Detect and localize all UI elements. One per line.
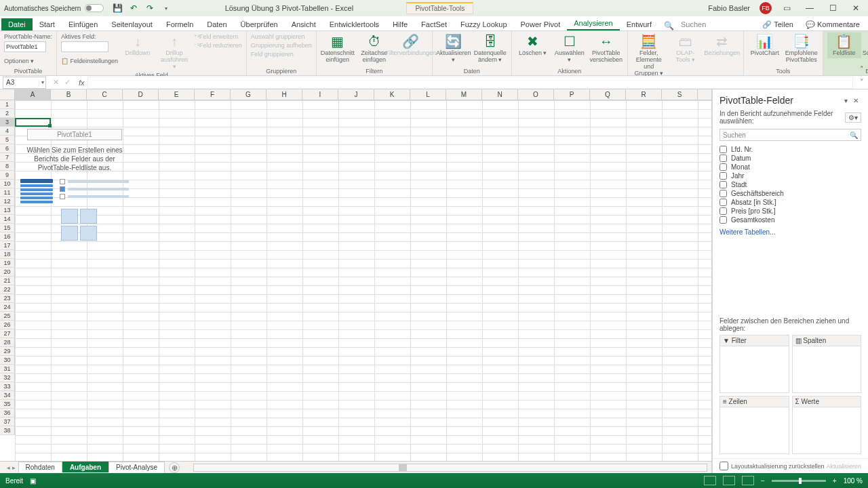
select-button[interactable]: ☐Auswählen ▾ <box>553 33 587 65</box>
field-checkbox[interactable] <box>719 155 727 162</box>
row-header[interactable]: 35 <box>0 400 15 409</box>
field-checkbox[interactable] <box>719 216 727 224</box>
field-checkbox[interactable] <box>719 181 727 188</box>
tab-powerpivot[interactable]: Power Pivot <box>514 18 568 30</box>
refresh-button[interactable]: 🔄Aktualisieren ▾ <box>437 33 471 65</box>
field-item[interactable]: Datum <box>719 154 861 163</box>
row-header[interactable]: 24 <box>0 303 15 312</box>
col-header[interactable]: G <box>231 89 267 100</box>
page-layout-view-icon[interactable] <box>723 476 735 485</box>
row-header[interactable]: 34 <box>0 391 15 400</box>
normal-view-icon[interactable] <box>704 476 716 485</box>
field-item[interactable]: Geschäftsbereich <box>719 189 861 198</box>
field-list-toggle[interactable]: 📋Feldliste <box>827 33 861 58</box>
autosave-toggle[interactable]: Automatisches Speichern <box>4 4 104 12</box>
row-header[interactable]: 37 <box>0 418 15 426</box>
tab-developer[interactable]: Entwicklertools <box>323 18 386 30</box>
name-box[interactable]: A3▾ <box>3 77 46 89</box>
row-header[interactable]: 18 <box>0 250 15 259</box>
field-checkbox[interactable] <box>719 146 727 153</box>
change-source-button[interactable]: 🗄Datenquelleändern ▾ <box>473 33 507 65</box>
col-header[interactable]: S <box>662 89 698 100</box>
recommended-pt-button[interactable]: 📑EmpfohlenePivotTables <box>785 33 818 65</box>
sheet-nav[interactable]: ◂ ▸ <box>4 464 18 471</box>
tab-help[interactable]: Hilfe <box>386 18 414 30</box>
filter-drop-zone[interactable]: ▼ Filter <box>719 335 789 393</box>
row-header[interactable]: 6 <box>0 144 15 153</box>
row-header[interactable]: 23 <box>0 294 15 303</box>
col-header[interactable]: R <box>626 89 662 100</box>
sheet-tab[interactable]: Aufgaben <box>62 462 108 472</box>
maximize-icon[interactable]: ☐ <box>825 1 841 15</box>
field-settings-button[interactable]: 📋 Feldeinstellungen <box>61 57 118 65</box>
row-header[interactable]: 22 <box>0 285 15 294</box>
row-header[interactable]: 29 <box>0 347 15 356</box>
col-header[interactable]: D <box>123 89 159 100</box>
row-header[interactable]: 16 <box>0 232 15 241</box>
tab-insert[interactable]: Einfügen <box>62 18 104 30</box>
row-header[interactable]: 21 <box>0 277 15 285</box>
row-header[interactable]: 17 <box>0 241 15 250</box>
col-header[interactable]: I <box>302 89 338 100</box>
row-header[interactable]: 36 <box>0 409 15 418</box>
pivotchart-button[interactable]: 📊PivotChart <box>748 33 782 58</box>
grid-area[interactable]: 1234567891011121314151617181920212223242… <box>0 100 711 461</box>
pt-name-input[interactable]: PivotTable1 <box>4 41 46 52</box>
col-header[interactable]: O <box>518 89 554 100</box>
tab-data[interactable]: Daten <box>200 18 233 30</box>
field-item[interactable]: Jahr <box>719 171 861 180</box>
zoom-slider[interactable] <box>772 480 826 482</box>
close-icon[interactable]: ✕ <box>848 1 864 15</box>
row-header[interactable]: 19 <box>0 259 15 268</box>
pane-close-icon[interactable]: ✕ <box>850 97 861 104</box>
row-header[interactable]: 5 <box>0 136 15 144</box>
row-header[interactable]: 9 <box>0 171 15 180</box>
formula-input[interactable] <box>87 77 853 89</box>
clear-button[interactable]: ✖Löschen ▾ <box>516 33 550 58</box>
row-header[interactable]: 10 <box>0 180 15 188</box>
row-header[interactable]: 3 <box>0 118 15 127</box>
field-checkbox[interactable] <box>719 207 727 215</box>
values-drop-zone[interactable]: Σ Werte <box>792 396 862 454</box>
field-checkbox[interactable] <box>719 190 727 197</box>
insert-timeline-button[interactable]: ⏱Zeitachseeinfügen <box>357 33 391 65</box>
field-item[interactable]: Gesamtkosten <box>719 216 861 224</box>
zoom-in-icon[interactable]: + <box>833 477 837 485</box>
tab-file[interactable]: Datei <box>1 18 33 30</box>
more-tables-link[interactable]: Weitere Tabellen... <box>713 224 868 240</box>
toggle-switch[interactable] <box>85 4 104 12</box>
field-item[interactable]: Monat <box>719 163 861 171</box>
row-header[interactable]: 8 <box>0 162 15 171</box>
page-break-view-icon[interactable] <box>742 476 754 485</box>
row-header[interactable]: 20 <box>0 268 15 277</box>
pivot-placeholder[interactable]: PivotTable1 Wählen Sie zum Erstellen ein… <box>20 129 129 241</box>
row-header[interactable]: 30 <box>0 356 15 365</box>
tab-analyze[interactable]: Analysieren <box>567 17 619 30</box>
field-item[interactable]: Preis [pro Stk.] <box>719 207 861 216</box>
field-checkbox[interactable] <box>719 199 727 206</box>
ribbon-display-icon[interactable]: ▭ <box>778 1 795 15</box>
row-header[interactable]: 28 <box>0 338 15 347</box>
tab-pagelayout[interactable]: Seitenlayout <box>104 18 159 30</box>
user-avatar[interactable]: FB <box>760 2 772 14</box>
row-header[interactable]: 13 <box>0 206 15 215</box>
horizontal-scrollbar[interactable] <box>193 464 707 472</box>
zoom-level[interactable]: 100 % <box>844 477 863 485</box>
tab-design[interactable]: Entwurf <box>620 18 658 30</box>
save-icon[interactable]: 💾 <box>112 3 123 14</box>
redo-icon[interactable]: ↷ <box>144 3 155 14</box>
row-header[interactable]: 27 <box>0 329 15 338</box>
select-all-corner[interactable] <box>0 89 15 100</box>
active-field-input[interactable] <box>61 41 108 52</box>
field-item[interactable]: Stadt <box>719 180 861 189</box>
field-checkbox[interactable] <box>719 172 727 180</box>
row-header[interactable]: 31 <box>0 365 15 373</box>
row-header[interactable]: 11 <box>0 188 15 197</box>
row-header[interactable]: 25 <box>0 312 15 321</box>
comments-button[interactable]: 💬 Kommentare <box>800 19 865 30</box>
field-item[interactable]: Lfd. Nr. <box>719 145 861 154</box>
col-header[interactable]: A <box>15 89 51 100</box>
minimize-icon[interactable]: ― <box>802 1 818 15</box>
pt-options-button[interactable]: Optionen ▾ <box>4 57 34 65</box>
row-header[interactable]: 4 <box>0 127 15 136</box>
